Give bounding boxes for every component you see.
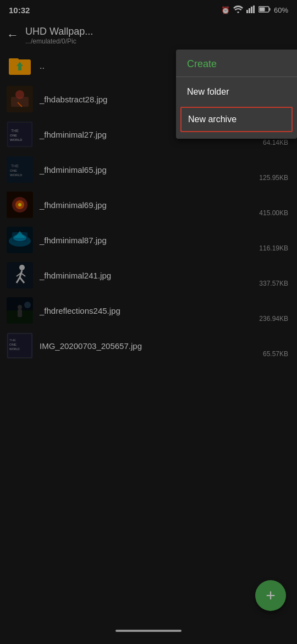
create-header: Create: [176, 54, 297, 77]
new-archive-item[interactable]: New archive: [180, 107, 293, 132]
create-divider: [176, 77, 297, 77]
create-dropdown: Create New folder New archive: [176, 50, 297, 139]
new-folder-item[interactable]: New folder: [176, 79, 297, 105]
